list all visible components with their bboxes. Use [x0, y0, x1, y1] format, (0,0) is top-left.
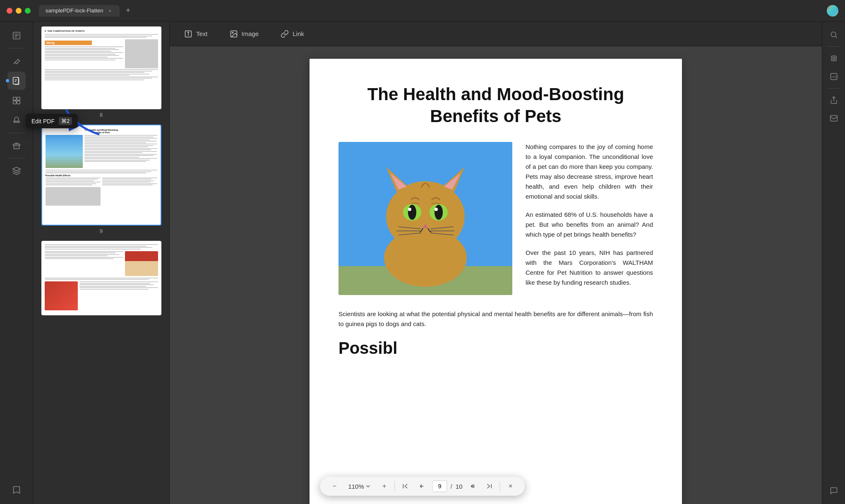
- thumb9-section: Possible Health Effects: [46, 174, 157, 177]
- tab-close-button[interactable]: ×: [106, 7, 113, 14]
- page-number-input[interactable]: [432, 480, 447, 492]
- rs-bottom: [826, 482, 842, 499]
- svg-rect-5: [13, 77, 18, 84]
- text-tool-label: Text: [196, 30, 208, 37]
- rs-divider-1: [827, 46, 840, 47]
- thumb8-image: [125, 39, 158, 68]
- link-tool-button[interactable]: Link: [276, 27, 308, 41]
- svg-rect-10: [13, 101, 16, 104]
- thumbnail-page-9[interactable]: The Health and Mood-BoostingBenefits of …: [36, 125, 166, 234]
- thumb8-content: 3. THE COMPOSITION OF POINTS String: [41, 26, 161, 109]
- svg-point-39: [831, 32, 836, 37]
- pdf-bottom-paragraph: Scientists are looking at what the poten…: [338, 309, 653, 329]
- pdf-text-column: Nothing compares to the joy of coming ho…: [526, 142, 653, 296]
- maximize-button[interactable]: [25, 8, 31, 14]
- user-avatar[interactable]: [827, 5, 838, 17]
- zoom-level: 110%: [348, 483, 364, 490]
- bottom-toolbar: − 110% + / 10 ×: [320, 477, 525, 496]
- svg-point-21: [386, 181, 465, 252]
- sidebar-item-reader[interactable]: [7, 26, 26, 45]
- edit-pdf-tooltip: Edit PDF ⌘2: [26, 114, 78, 128]
- thumb9-cat-image: [46, 135, 83, 168]
- thumb10-small-img-1: [45, 281, 78, 310]
- tab-bar: samplePDF-lock-Flatten × +: [39, 5, 827, 17]
- thumb8-title: 3. THE COMPOSITION OF POINTS: [45, 30, 158, 32]
- zoom-out-button[interactable]: −: [328, 480, 341, 492]
- traffic-lights: [7, 8, 31, 14]
- sidebar-item-organize[interactable]: [7, 91, 26, 110]
- sidebar-item-gift[interactable]: [7, 137, 26, 155]
- svg-point-17: [232, 32, 233, 33]
- rs-chat-button[interactable]: [826, 482, 842, 499]
- nav-prev-icon: [419, 483, 425, 490]
- tab-title: samplePDF-lock-Flatten: [46, 7, 103, 14]
- thumb-img-9[interactable]: The Health and Mood-BoostingBenefits of …: [41, 125, 161, 226]
- toolbar-divider-2: [500, 481, 500, 491]
- sidebar-bottom: [7, 481, 26, 499]
- main-content: 3. THE COMPOSITION OF POINTS String: [0, 22, 845, 504]
- active-tab[interactable]: samplePDF-lock-Flatten ×: [39, 5, 120, 17]
- total-pages: 10: [456, 483, 463, 490]
- rs-divider-2: [827, 88, 840, 89]
- thumb-img-8[interactable]: 3. THE COMPOSITION OF POINTS String: [41, 26, 161, 109]
- nav-last-button[interactable]: [483, 480, 496, 492]
- thumbnail-panel: 3. THE COMPOSITION OF POINTS String: [33, 22, 170, 504]
- right-sidebar: PDF/A: [822, 22, 845, 504]
- thumb10-content: [41, 241, 161, 315]
- pdf-cat-image: [338, 142, 512, 295]
- new-tab-button[interactable]: +: [123, 6, 133, 16]
- zoom-in-button[interactable]: +: [378, 480, 391, 492]
- thumbnail-page-8[interactable]: 3. THE COMPOSITION OF POINTS String: [36, 26, 166, 118]
- sidebar-item-bookmark[interactable]: [7, 481, 26, 499]
- pdf-toolbar: Text Image Link: [170, 22, 822, 46]
- close-button[interactable]: [7, 8, 12, 14]
- text-tool-icon: [184, 29, 193, 38]
- close-toolbar-button[interactable]: ×: [504, 480, 517, 492]
- rs-mail-button[interactable]: [826, 110, 842, 127]
- rs-scan-button[interactable]: [826, 50, 842, 67]
- rs-search-button[interactable]: [826, 26, 842, 43]
- nav-last-icon: [486, 483, 493, 490]
- rs-pdfa-button[interactable]: PDF/A: [826, 68, 842, 85]
- svg-rect-12: [13, 121, 19, 122]
- thumb-pagenum-9: 9: [100, 228, 103, 234]
- pdf-paragraph-2: An estimated 68% of U.S. households have…: [526, 210, 653, 240]
- sidebar-divider-1: [8, 48, 25, 48]
- svg-rect-11: [17, 101, 19, 104]
- sidebar-item-edit-pdf[interactable]: [7, 72, 26, 90]
- pdf-page: The Health and Mood-BoostingBenefits of …: [310, 59, 682, 504]
- thumb-img-10[interactable]: [41, 241, 161, 315]
- zoom-selector[interactable]: 110%: [345, 481, 374, 492]
- thumb9-title: The Health and Mood-BoostingBenefits of …: [46, 129, 157, 134]
- sidebar-item-stamp[interactable]: [7, 111, 26, 130]
- pdf-paragraph-1: Nothing compares to the joy of coming ho…: [526, 142, 653, 202]
- nav-next-button[interactable]: [467, 480, 479, 492]
- nav-next-icon: [470, 483, 476, 490]
- pdf-area: Text Image Link: [170, 22, 822, 504]
- thumbnail-page-10[interactable]: [36, 241, 166, 315]
- minimize-button[interactable]: [16, 8, 22, 14]
- thumb10-animal-image: [125, 251, 158, 276]
- sidebar-divider-3: [8, 158, 25, 158]
- pdf-page-container[interactable]: The Health and Mood-BoostingBenefits of …: [170, 46, 822, 504]
- nav-first-button[interactable]: [399, 480, 412, 492]
- zoom-chevron-icon: [366, 484, 371, 489]
- svg-point-28: [408, 205, 416, 220]
- svg-text:PDF/A: PDF/A: [832, 76, 838, 78]
- svg-point-31: [435, 208, 438, 211]
- svg-rect-9: [17, 97, 19, 100]
- sidebar-item-highlight[interactable]: [7, 52, 26, 70]
- nav-prev-button[interactable]: [416, 480, 428, 492]
- image-tool-label: Image: [242, 30, 259, 37]
- svg-rect-8: [13, 97, 16, 100]
- thumb8-banner: String: [45, 41, 92, 45]
- svg-point-29: [435, 205, 443, 220]
- text-tool-button[interactable]: Text: [180, 27, 212, 41]
- pdf-paragraph-3: Over the past 10 years, NIH has partnere…: [526, 248, 653, 288]
- svg-line-4: [13, 62, 15, 64]
- rs-share-button[interactable]: [826, 92, 842, 108]
- thumb9-content: The Health and Mood-BoostingBenefits of …: [42, 125, 161, 225]
- image-tool-button[interactable]: Image: [225, 27, 263, 41]
- link-tool-icon: [280, 29, 289, 38]
- sidebar-item-layers[interactable]: [7, 162, 26, 180]
